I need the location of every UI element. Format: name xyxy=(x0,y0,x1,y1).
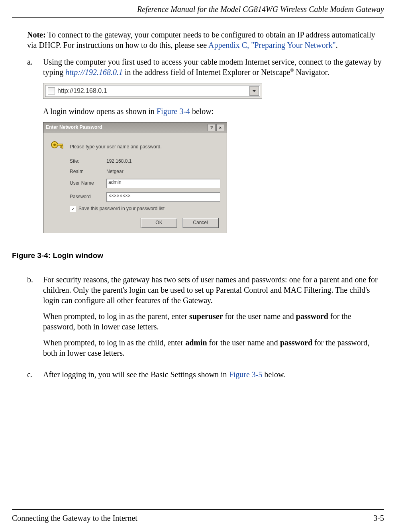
step-b-marker: b. xyxy=(27,274,43,364)
svg-rect-2 xyxy=(57,144,63,146)
address-bar-input[interactable]: http://192.168.0.1 xyxy=(45,85,260,97)
note-block: Note: To connect to the gateway, your co… xyxy=(27,30,384,50)
appendix-link[interactable]: Appendix C, "Preparing Your Network" xyxy=(208,41,336,49)
figure-caption: Figure 3-4: Login window xyxy=(12,251,384,261)
step-c-marker: c. xyxy=(27,369,43,385)
save-password-label: Save this password in your password list xyxy=(78,206,165,212)
key-icon xyxy=(50,140,64,154)
login-text-after: below: xyxy=(190,107,214,116)
realm-label: Realm xyxy=(70,169,106,175)
svg-rect-3 xyxy=(60,146,61,148)
password-bold-2: password xyxy=(280,338,312,347)
svg-point-1 xyxy=(53,144,56,146)
step-b: b. For security reasons, the gateway has… xyxy=(27,274,384,364)
chevron-down-icon xyxy=(252,90,256,92)
page-footer: Connecting the Gateway to the Internet 3… xyxy=(12,509,384,523)
svg-rect-4 xyxy=(62,146,63,148)
step-a-marker: a. xyxy=(27,57,43,245)
step-a-text-after: in the address field of Internet Explore… xyxy=(123,68,290,77)
registered-symbol: ® xyxy=(290,67,294,73)
login-text-before: A login window opens as shown in xyxy=(43,107,157,116)
superuser-bold: superuser xyxy=(189,312,223,321)
step-c-before: After logging in, you will see the Basic… xyxy=(43,370,229,379)
dialog-prompt: Please type your user name and password. xyxy=(70,144,162,150)
note-text-after: . xyxy=(336,41,338,49)
step-c-after: below. xyxy=(263,370,286,379)
step-a: a. Using the computer you first used to … xyxy=(27,57,384,245)
footer-right: 3-5 xyxy=(373,513,384,523)
address-bar-value: http://192.168.0.1 xyxy=(57,87,107,95)
step-b-p3-before: When prompted, to log in as the child, e… xyxy=(43,338,185,347)
page-icon xyxy=(48,87,55,95)
dialog-title: Enter Network Password xyxy=(46,124,102,131)
page-header: Reference Manual for the Model CG814WG W… xyxy=(12,0,384,18)
footer-left: Connecting the Gateway to the Internet xyxy=(12,513,137,523)
password-bold-1: password xyxy=(296,312,328,321)
login-dialog: Enter Network Password ? × xyxy=(43,122,227,233)
figure-3-4-link[interactable]: Figure 3-4 xyxy=(157,107,190,116)
step-b-p3-mid: for the user name and xyxy=(207,338,280,347)
close-button[interactable]: × xyxy=(216,124,224,131)
site-value: 192.168.0.1 xyxy=(106,158,131,165)
gateway-url-link[interactable]: http://192.168.0.1 xyxy=(65,68,123,77)
help-button[interactable]: ? xyxy=(208,124,216,131)
password-label: Password xyxy=(70,194,106,200)
step-b-p2-before: When prompted, to log in as the parent, … xyxy=(43,312,189,321)
step-a-tail: Navigator. xyxy=(294,68,329,77)
step-b-p2-mid: for the user name and xyxy=(223,312,296,321)
admin-bold: admin xyxy=(185,338,207,347)
realm-value: Netgear xyxy=(106,169,124,175)
figure-3-5-link[interactable]: Figure 3-5 xyxy=(229,370,263,379)
ok-button[interactable]: OK xyxy=(141,218,177,228)
cancel-button[interactable]: Cancel xyxy=(182,218,219,228)
save-password-checkbox[interactable]: ✓ xyxy=(70,206,76,212)
dialog-titlebar: Enter Network Password ? × xyxy=(43,122,227,133)
note-label: Note: xyxy=(27,30,46,39)
address-dropdown-button[interactable] xyxy=(249,86,259,96)
step-c: c. After logging in, you will see the Ba… xyxy=(27,369,384,385)
address-bar: http://192.168.0.1 xyxy=(43,83,262,99)
step-b-p1: For security reasons, the gateway has tw… xyxy=(43,274,384,305)
password-input[interactable]: ×××××××× xyxy=(106,192,220,202)
site-label: Site: xyxy=(70,158,106,165)
username-input[interactable]: admin xyxy=(106,179,220,188)
username-label: User Name xyxy=(70,180,106,187)
